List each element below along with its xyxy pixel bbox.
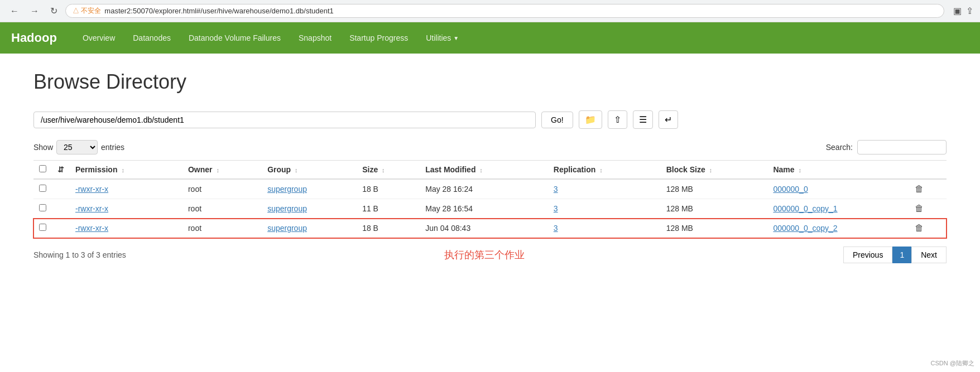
path-input[interactable] [33, 112, 536, 128]
main-content: Browse Directory Go! 📁 ⇧ ☰ ↵ Show 10 25 … [0, 54, 980, 280]
col-owner[interactable]: Owner ↕ [182, 161, 262, 180]
col-name[interactable]: Name ↕ [767, 161, 909, 180]
page-title: Browse Directory [33, 70, 947, 94]
folder-icon-button[interactable]: 📁 [579, 110, 602, 129]
table-controls: Show 10 25 50 100 entries Search: [33, 140, 947, 154]
group-link-1[interactable]: supergroup [267, 204, 307, 213]
group-link-2[interactable]: supergroup [267, 224, 307, 233]
col-replication[interactable]: Replication ↕ [548, 161, 661, 180]
row-owner-0: root [182, 179, 262, 199]
replication-link-2[interactable]: 3 [554, 224, 558, 233]
reload-button[interactable]: ↻ [47, 4, 61, 17]
upload-icon-button[interactable]: ⇧ [608, 110, 627, 129]
row-permission-1: -rwxr-xr-x [70, 199, 182, 219]
col-permission[interactable]: Permission ↕ [70, 161, 182, 180]
list-icon-button[interactable]: ☰ [633, 110, 653, 129]
address-bar: △ 不安全 master2:50070/explorer.html#/user/… [65, 4, 944, 18]
go-button[interactable]: Go! [541, 112, 573, 128]
entries-select[interactable]: 10 25 50 100 [56, 140, 98, 154]
folder-icon: 📁 [585, 115, 596, 124]
row-group-2: supergroup [262, 219, 357, 238]
share-button[interactable]: ⇪ [966, 6, 973, 16]
delete-icon-1[interactable]: 🗑 [915, 204, 924, 213]
permission-link-0[interactable]: -rwxr-xr-x [75, 185, 108, 194]
col-last-modified[interactable]: Last Modified ↕ [420, 161, 548, 180]
group-sort-icon: ↕ [295, 167, 298, 173]
row-last-modified-1: May 28 16:54 [420, 199, 548, 219]
tools-icon-button[interactable]: ↵ [659, 110, 678, 129]
name-sort-icon: ↕ [798, 167, 801, 173]
name-link-2[interactable]: 000000_0_copy_2 [773, 224, 837, 233]
replication-link-1[interactable]: 3 [554, 204, 558, 213]
cast-button[interactable]: ▣ [953, 6, 962, 16]
utilities-dropdown-arrow: ▼ [453, 35, 459, 41]
row-checkbox-cell [33, 199, 52, 219]
size-sort-icon: ↕ [382, 167, 385, 173]
permission-link-1[interactable]: -rwxr-xr-x [75, 204, 108, 213]
col-group[interactable]: Group ↕ [262, 161, 357, 180]
back-button[interactable]: ← [7, 5, 22, 17]
path-bar: Go! 📁 ⇧ ☰ ↵ [33, 110, 947, 129]
files-table: ⇵ Permission ↕ Owner ↕ Group ↕ Size ↕ [33, 160, 947, 238]
url-text: master2:50070/explorer.html#/user/hive/w… [104, 7, 333, 15]
row-size-1: 11 B [357, 199, 420, 219]
sort-icon-th: ⇵ [52, 161, 70, 180]
table-row: -rwxr-xr-x root supergroup 11 B May 28 1… [33, 199, 947, 219]
nav-item-overview[interactable]: Overview [74, 23, 124, 52]
row-name-0: 000000_0 [767, 179, 909, 199]
row-checkbox-0[interactable] [39, 185, 46, 192]
permission-sort-icon: ↕ [121, 167, 124, 173]
permission-link-2[interactable]: -rwxr-xr-x [75, 224, 108, 233]
row-replication-0: 3 [548, 179, 661, 199]
nav-item-datanode-volume-failures[interactable]: Datanode Volume Failures [180, 23, 290, 52]
name-link-1[interactable]: 000000_0_copy_1 [773, 204, 837, 213]
next-button[interactable]: Next [911, 247, 947, 263]
nav-item-startup-progress[interactable]: Startup Progress [340, 23, 417, 52]
sort-icon: ⇵ [57, 165, 64, 174]
previous-button[interactable]: Previous [843, 247, 892, 263]
col-size[interactable]: Size ↕ [357, 161, 420, 180]
row-owner-2: root [182, 219, 262, 238]
row-spacer-2 [52, 219, 70, 238]
row-group-1: supergroup [262, 199, 357, 219]
col-actions [909, 161, 947, 180]
showing-text: Showing 1 to 3 of 3 entries [33, 250, 126, 259]
row-size-2: 18 B [357, 219, 420, 238]
forward-button[interactable]: → [27, 5, 42, 17]
group-link-0[interactable]: supergroup [267, 185, 307, 194]
search-input[interactable] [857, 140, 947, 154]
name-link-0[interactable]: 000000_0 [773, 185, 808, 194]
owner-sort-icon: ↕ [216, 167, 219, 173]
col-block-size[interactable]: Block Size ↕ [661, 161, 768, 180]
delete-icon-0[interactable]: 🗑 [915, 184, 924, 194]
nav-item-snapshot[interactable]: Snapshot [290, 23, 340, 52]
navbar-brand: Hadoop [11, 31, 57, 45]
search-label: Search: [826, 143, 853, 152]
row-name-2: 000000_0_copy_2 [767, 219, 909, 238]
row-replication-2: 3 [548, 219, 661, 238]
row-permission-0: -rwxr-xr-x [70, 179, 182, 199]
row-delete-2: 🗑 [909, 219, 947, 238]
row-spacer-0 [52, 179, 70, 199]
select-all-th [33, 161, 52, 180]
nav-item-datanodes[interactable]: Datanodes [124, 23, 180, 52]
row-checkbox-1[interactable] [39, 204, 46, 211]
replication-link-0[interactable]: 3 [554, 185, 558, 194]
search-control: Search: [826, 140, 947, 154]
row-block-size-1: 128 MB [661, 199, 768, 219]
row-checkbox-2[interactable] [39, 224, 46, 231]
table-footer: Showing 1 to 3 of 3 entries 执行的第三个作业 Pre… [33, 247, 947, 263]
select-all-checkbox[interactable] [39, 165, 46, 172]
row-permission-2: -rwxr-xr-x [70, 219, 182, 238]
pagination: Previous 1 Next [843, 247, 947, 263]
row-size-0: 18 B [357, 179, 420, 199]
annotation-text: 执行的第三个作业 [444, 248, 525, 262]
row-last-modified-2: Jun 04 08:43 [420, 219, 548, 238]
nav-item-utilities[interactable]: Utilities ▼ [417, 23, 468, 52]
row-checkbox-cell [33, 219, 52, 238]
browser-chrome: ← → ↻ △ 不安全 master2:50070/explorer.html#… [0, 0, 980, 22]
table-row: -rwxr-xr-x root supergroup 18 B May 28 1… [33, 179, 947, 199]
delete-icon-2[interactable]: 🗑 [915, 223, 924, 233]
browser-action-buttons: ▣ ⇪ [953, 6, 973, 16]
row-block-size-2: 128 MB [661, 219, 768, 238]
